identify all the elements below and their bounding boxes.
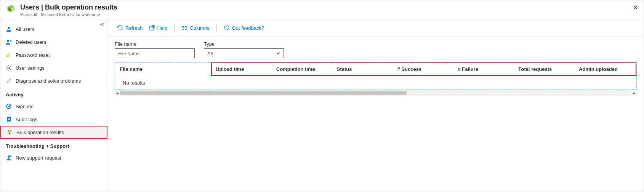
scroll-right-button[interactable]: ►	[631, 90, 637, 96]
svg-point-13	[10, 130, 12, 132]
sidebar-item-deleted-users[interactable]: Deleted users	[0, 35, 107, 48]
filter-type-value: All	[207, 51, 213, 56]
bulk-icon	[6, 129, 13, 135]
sidebar-item-label: New support request	[16, 155, 61, 161]
table-header-row: File name Upload time Completion time St…	[115, 62, 636, 76]
filters-row: File name Type All	[108, 37, 644, 62]
svg-point-12	[8, 130, 10, 132]
sidebar-item-password-reset[interactable]: Password reset	[0, 48, 107, 61]
sidebar-section-activity: Activity	[0, 87, 107, 100]
sidebar-item-all-users[interactable]: All users	[0, 22, 107, 35]
refresh-button[interactable]: Refresh	[115, 23, 145, 32]
svg-point-3	[8, 27, 10, 29]
sidebar-item-new-support[interactable]: New support request	[0, 151, 107, 164]
columns-button[interactable]: Columns	[179, 23, 211, 32]
filter-filename-input[interactable]	[115, 48, 195, 58]
help-button[interactable]: Help	[147, 23, 170, 32]
filter-filename-label: File name	[115, 41, 195, 47]
external-link-icon	[149, 25, 155, 31]
main-content: Refresh Help Columns Got feedback? File …	[108, 19, 644, 192]
sidebar-item-label: Password reset	[16, 52, 50, 58]
filter-type-label: Type	[204, 41, 284, 47]
svg-point-4	[7, 40, 9, 42]
sidebar-item-sign-ins[interactable]: Sign-ins	[0, 100, 107, 113]
sidebar-item-label: Bulk operation results	[16, 130, 64, 135]
key-icon	[6, 52, 12, 58]
column-header-filename[interactable]: File name	[115, 66, 211, 72]
svg-point-15	[8, 155, 10, 158]
sidebar-item-bulk-results[interactable]: Bulk operation results	[0, 126, 107, 139]
sidebar-item-label: All users	[16, 26, 35, 32]
filter-type-select[interactable]: All	[204, 48, 284, 58]
scroll-left-button[interactable]: ◄	[115, 90, 120, 96]
sidebar-item-audit-logs[interactable]: Audit logs	[0, 113, 107, 126]
column-header-total[interactable]: Total requests	[514, 66, 575, 72]
svg-rect-11	[8, 119, 10, 120]
gear-icon	[6, 65, 12, 71]
chevron-down-icon	[276, 51, 280, 56]
sidebar-item-label: Diagnose and solve problems	[16, 78, 81, 84]
column-header-completion-time[interactable]: Completion time	[272, 66, 333, 72]
collapse-sidebar-button[interactable]: ≪	[99, 22, 104, 27]
column-header-status[interactable]: Status	[333, 66, 394, 72]
horizontal-scrollbar[interactable]: ◄ ►	[115, 90, 637, 96]
sidebar-item-label: User settings	[16, 65, 45, 71]
svg-point-16	[10, 155, 12, 157]
signin-icon	[6, 103, 12, 109]
results-table: File name Upload time Completion time St…	[115, 62, 637, 90]
filter-type-group: Type All	[204, 41, 284, 58]
toolbar-label: Help	[157, 25, 168, 31]
toolbar-separator	[174, 24, 175, 32]
tools-icon	[6, 78, 12, 84]
sidebar: ≪ All users Deleted users Password reset…	[0, 19, 108, 192]
scroll-thumb[interactable]	[120, 91, 407, 95]
svg-point-14	[9, 133, 11, 134]
page-title: Users | Bulk operation results	[20, 3, 638, 11]
heart-icon	[224, 25, 230, 31]
sidebar-item-label: Audit logs	[16, 117, 37, 122]
app-icon	[6, 4, 16, 15]
svg-rect-10	[8, 118, 10, 118]
scroll-track[interactable]	[120, 90, 631, 96]
page-header: Users | Bulk operation results Microsoft…	[0, 0, 644, 19]
feedback-button[interactable]: Got feedback?	[221, 23, 267, 32]
toolbar-label: Columns	[190, 25, 209, 31]
highlighted-columns: Upload time Completion time Status # Suc…	[211, 62, 636, 76]
column-header-upload-time[interactable]: Upload time	[212, 66, 272, 72]
svg-point-5	[6, 55, 9, 57]
support-icon	[6, 155, 12, 161]
column-header-success[interactable]: # Success	[394, 66, 454, 72]
page-subtitle: Microsoft - Microsoft Entra ID for workf…	[20, 12, 638, 17]
close-button[interactable]: ✕	[633, 4, 638, 11]
svg-rect-6	[7, 53, 10, 55]
user-x-icon	[6, 39, 12, 45]
sidebar-item-user-settings[interactable]: User settings	[0, 61, 107, 74]
column-header-admin[interactable]: Admin uploaded	[575, 66, 636, 72]
svg-point-7	[8, 67, 10, 69]
toolbar: Refresh Help Columns Got feedback?	[108, 19, 644, 37]
filter-filename-group: File name	[115, 41, 195, 58]
refresh-icon	[117, 25, 123, 31]
toolbar-label: Refresh	[125, 25, 143, 31]
columns-icon	[181, 25, 187, 31]
column-header-failure[interactable]: # Failure	[454, 66, 514, 72]
toolbar-separator	[216, 24, 217, 32]
sidebar-item-diagnose[interactable]: Diagnose and solve problems	[0, 74, 107, 87]
sidebar-section-support: Troubleshooting + Support	[0, 139, 107, 151]
no-results-message: No results	[115, 76, 636, 90]
log-icon	[6, 116, 12, 122]
toolbar-label: Got feedback?	[232, 25, 264, 31]
sidebar-item-label: Deleted users	[16, 39, 46, 45]
user-icon	[6, 26, 12, 32]
sidebar-item-label: Sign-ins	[16, 104, 34, 109]
